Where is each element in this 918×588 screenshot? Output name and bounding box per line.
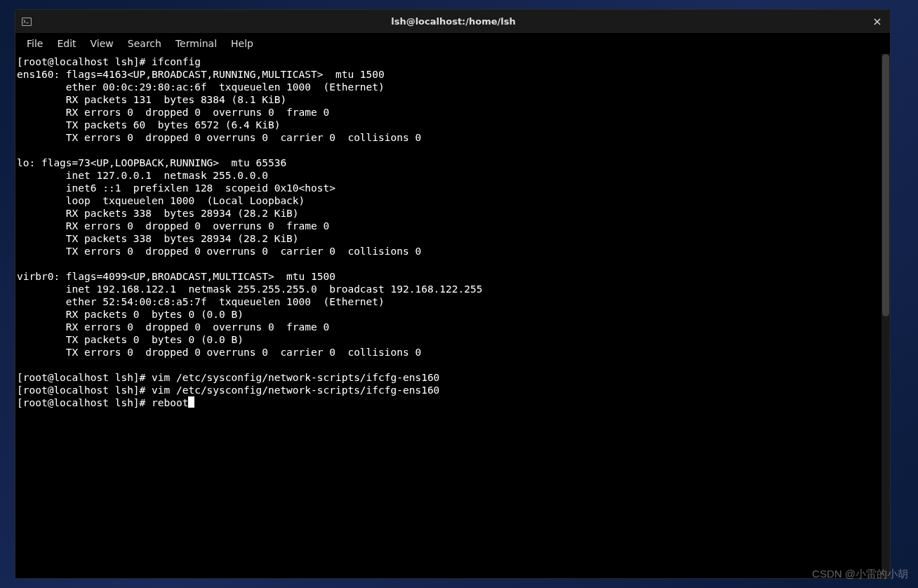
terminal-content[interactable]: [root@localhost lsh]# ifconfigens160: fl… xyxy=(17,55,890,409)
terminal-window: lsh@localhost:/home/lsh × File Edit View… xyxy=(15,9,891,579)
svg-rect-0 xyxy=(22,18,32,25)
watermark: CSDN @小雷的小胡 xyxy=(812,568,908,581)
menu-help[interactable]: Help xyxy=(224,35,260,52)
menubar: File Edit View Search Terminal Help xyxy=(15,33,890,54)
menu-file[interactable]: File xyxy=(20,35,50,52)
terminal-body[interactable]: [root@localhost lsh]# ifconfigens160: fl… xyxy=(15,54,890,578)
menu-search[interactable]: Search xyxy=(121,35,168,52)
terminal-icon xyxy=(21,16,32,27)
scrollbar[interactable] xyxy=(882,54,890,578)
close-button[interactable]: × xyxy=(870,15,884,29)
cursor xyxy=(188,396,194,408)
window-title: lsh@localhost:/home/lsh xyxy=(36,16,870,27)
menu-terminal[interactable]: Terminal xyxy=(168,35,224,52)
scrollbar-thumb[interactable] xyxy=(882,54,889,316)
menu-view[interactable]: View xyxy=(84,35,121,52)
menu-edit[interactable]: Edit xyxy=(50,35,83,52)
titlebar[interactable]: lsh@localhost:/home/lsh × xyxy=(15,10,890,33)
